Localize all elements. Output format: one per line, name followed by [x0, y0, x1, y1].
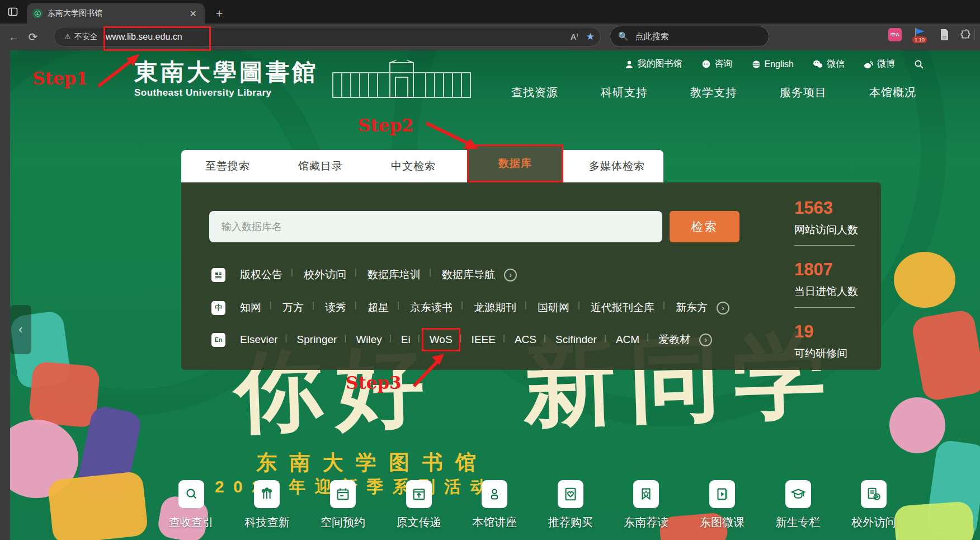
banner-library-name: 东 南 大 学 图 书 馆	[256, 449, 479, 477]
database-search-input[interactable]	[209, 211, 662, 242]
translate-extension-icon[interactable]: 中A	[888, 28, 902, 41]
novelty-check-icon	[254, 480, 280, 508]
nav-research-support[interactable]: 科研支持	[601, 85, 648, 100]
off-campus-access-icon	[861, 480, 887, 508]
link-database-navigation[interactable]: 数据库导航	[442, 265, 495, 284]
link-off-campus-access[interactable]: 校外访问	[304, 265, 346, 284]
link-guoyan[interactable]: 国研网	[538, 298, 569, 317]
chinese-db-icon: 中	[211, 301, 225, 315]
quicklink-micro-course[interactable]: 东图微课	[684, 480, 760, 530]
database-search-button[interactable]: 检索	[670, 211, 739, 242]
illustration-figure	[894, 252, 955, 308]
link-jd-reading[interactable]: 京东读书	[410, 298, 453, 317]
link-wanfang[interactable]: 万方	[282, 298, 304, 317]
circle-arrow-icon[interactable]: ›	[504, 269, 517, 281]
nav-teaching-support[interactable]: 教学支持	[690, 85, 737, 100]
step3-label: Step3	[346, 373, 402, 393]
site-search-icon[interactable]	[914, 59, 924, 69]
stat-study-rooms: 19可约研修间	[794, 322, 873, 361]
weibo-link[interactable]: 微博	[864, 58, 895, 70]
link-aijiaocai[interactable]: 爱教材	[658, 330, 690, 349]
lecture-icon	[482, 480, 507, 508]
consult-link[interactable]: 咨询	[701, 58, 733, 70]
notice-list-icon	[211, 268, 225, 282]
quicklink-recommended-reading[interactable]: 东南荐读	[609, 480, 685, 530]
nav-find-resources[interactable]: 查找资源	[511, 85, 558, 100]
stat-site-visits: 1563网站访问人数	[794, 198, 873, 237]
link-modern-periodicals[interactable]: 近代报刊全库	[591, 298, 654, 317]
link-copyright-notice[interactable]: 版权公告	[240, 265, 282, 284]
read-aloud-icon[interactable]: A⁾	[571, 32, 578, 42]
link-longyuan[interactable]: 龙源期刊	[474, 298, 516, 317]
link-ieee[interactable]: IEEE	[472, 331, 496, 348]
link-cnki[interactable]: 知网	[240, 298, 261, 317]
globe-icon	[752, 60, 761, 69]
quicklink-document-delivery[interactable]: 原文传递	[381, 480, 457, 530]
library-building-icon	[332, 60, 472, 98]
quicklink-space-booking[interactable]: 空间预约	[305, 480, 381, 530]
db-links-row-chinese: 中 知网 万方 读秀 超星 京东读书 龙源期刊 国研网 近代报刊全库 新东方 ›	[211, 299, 729, 316]
carousel-prev-button[interactable]: ‹	[10, 305, 31, 354]
not-secure-label: 不安全	[74, 32, 98, 42]
nav-services[interactable]: 服务项目	[780, 85, 827, 100]
quicklink-off-campus-access[interactable]: 校外访问	[836, 480, 912, 530]
flag-extension-icon[interactable]: 1.10	[912, 26, 927, 45]
english-link[interactable]: English	[752, 59, 794, 69]
search-tabs: 至善搜索 馆藏目录 中文检索 数据库 多媒体检索	[181, 150, 663, 182]
quicklink-novelty-check[interactable]: 科技查新	[229, 480, 305, 530]
tab-title: 东南大学图书馆	[48, 8, 187, 18]
illustration-figure	[911, 308, 980, 402]
illustration-figure	[47, 471, 148, 540]
my-library-link[interactable]: 我的图书馆	[625, 58, 682, 70]
browser-search-placeholder: 点此搜索	[635, 31, 669, 42]
link-elsevier[interactable]: Elsevier	[240, 331, 278, 348]
favorites-star-icon[interactable]: ★	[586, 31, 595, 43]
library-logo[interactable]: 東南大學圖書館 Southeast University Library	[134, 60, 472, 98]
step3-arrow	[409, 346, 454, 391]
link-acm[interactable]: ACM	[616, 331, 639, 348]
tab-catalog[interactable]: 馆藏目录	[274, 150, 367, 182]
tab-multimedia-search[interactable]: 多媒体检索	[571, 150, 663, 182]
link-chaoxing[interactable]: 超星	[368, 298, 389, 317]
nav-about[interactable]: 本馆概况	[869, 85, 916, 100]
step1-arrow	[94, 51, 144, 91]
link-duxiu[interactable]: 读秀	[325, 298, 346, 317]
circle-arrow-icon[interactable]: ›	[717, 302, 729, 314]
main-nav: 查找资源 科研支持 教学支持 服务项目 本馆概况	[511, 85, 916, 100]
quicklink-freshman-column[interactable]: 新生专栏	[760, 480, 836, 530]
link-neworiental[interactable]: 新东方	[676, 298, 708, 317]
link-springer[interactable]: Springer	[297, 331, 337, 348]
stat-divider	[794, 245, 855, 246]
search-icon: 🔍	[618, 31, 629, 41]
step1-highlight-box	[103, 26, 211, 51]
document-extension-icon[interactable]	[937, 28, 951, 41]
tab-strip: 东南大学图书馆 ✕ ＋	[0, 0, 980, 24]
quicklink-citation-search[interactable]: 查收查引	[153, 480, 229, 530]
link-scifinder[interactable]: Scifinder	[555, 331, 597, 348]
stat-divider	[794, 307, 855, 308]
logo-title: 東南大學圖書館	[134, 60, 318, 84]
tab-zhishan-search[interactable]: 至善搜索	[181, 150, 274, 182]
circle-arrow-icon[interactable]: ›	[699, 334, 712, 346]
extensions-puzzle-icon[interactable]	[959, 28, 972, 41]
window-edge	[0, 50, 10, 540]
link-database-training[interactable]: 数据库培训	[368, 265, 421, 284]
link-wiley[interactable]: Wiley	[356, 331, 381, 348]
browser-tab[interactable]: 东南大学图书馆 ✕	[27, 3, 205, 24]
extension-badge: 1.10	[912, 36, 927, 43]
quicklink-lectures[interactable]: 本馆讲座	[456, 480, 533, 530]
recommend-purchase-icon	[558, 480, 583, 508]
micro-course-icon	[709, 480, 735, 508]
new-tab-icon[interactable]: ＋	[214, 6, 225, 21]
site-favicon-icon	[32, 8, 43, 18]
wechat-link[interactable]: 微信	[813, 58, 845, 70]
tab-list-icon[interactable]	[6, 4, 20, 19]
quicklink-recommend-purchase[interactable]: 推荐购买	[533, 480, 609, 530]
document-delivery-icon	[406, 480, 432, 508]
logo-subtitle: Southeast University Library	[134, 87, 318, 98]
close-icon[interactable]: ✕	[187, 8, 199, 19]
refresh-icon[interactable]: ⟳	[23, 30, 43, 44]
link-acs[interactable]: ACS	[515, 331, 536, 348]
browser-search-box[interactable]: 🔍 点此搜索	[610, 26, 769, 47]
back-icon[interactable]: ←	[4, 31, 23, 44]
